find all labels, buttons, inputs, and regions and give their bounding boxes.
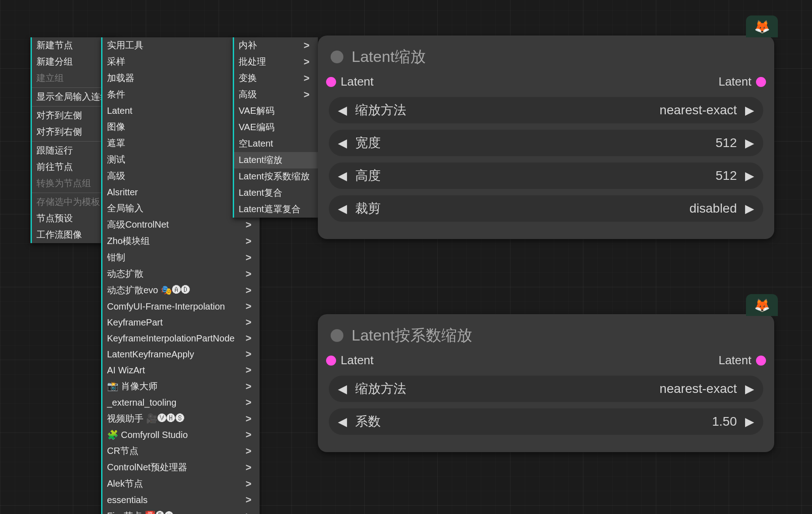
menu-item[interactable]: VAE解码	[234, 103, 318, 119]
param-label: 系数	[355, 413, 381, 430]
menu-item[interactable]: Latent缩放	[234, 152, 318, 168]
param-value[interactable]: disabled	[689, 201, 737, 216]
menu-item[interactable]: 批处理>	[234, 54, 318, 70]
node-latent-scale-by[interactable]: 🦊 Latent按系数缩放 Latent Latent ◀ 缩放方法 neare…	[318, 314, 774, 452]
menu-item-label: ComfyUI-Frame-Interpolation	[107, 301, 225, 312]
menu-item[interactable]: LatentKeyframeApply>	[102, 346, 260, 362]
port-dot-icon[interactable]	[756, 77, 766, 87]
menu-item[interactable]: 动态扩散>	[102, 266, 260, 282]
arrow-left-icon[interactable]: ◀	[338, 202, 347, 216]
menu-item[interactable]: 动态扩散evo 🎭🅐🅓>	[102, 282, 260, 299]
node-title-bar[interactable]: Latent按系数缩放	[318, 314, 774, 353]
node-fox-badge: 🦊	[746, 294, 778, 316]
port-dot-icon[interactable]	[756, 356, 766, 366]
menu-item[interactable]: essentials>	[102, 492, 260, 508]
param-label: 缩放方法	[355, 102, 406, 119]
node-title-bar[interactable]: Latent缩放	[318, 36, 774, 75]
chevron-right-icon: >	[245, 332, 251, 344]
context-menu-latent[interactable]: 内补>批处理>变换>高级>VAE解码VAE编码空LatentLatent缩放La…	[233, 37, 318, 218]
param-height[interactable]: ◀ 高度 512 ▶	[329, 163, 763, 189]
menu-item[interactable]: 钳制>	[102, 249, 260, 266]
menu-item-label: 前往节点	[36, 161, 73, 173]
port-dot-icon[interactable]	[326, 356, 336, 366]
menu-item-label: LatentKeyframeApply	[107, 349, 194, 360]
menu-item-label: Latent遮罩复合	[239, 203, 301, 215]
menu-item-label: 转换为节点组	[36, 177, 91, 189]
node-collapse-dot-icon[interactable]	[331, 329, 343, 342]
arrow-right-icon[interactable]: ▶	[745, 202, 754, 216]
menu-item-label: CR节点	[107, 445, 138, 457]
param-value[interactable]: 512	[715, 136, 737, 150]
arrow-left-icon[interactable]: ◀	[338, 415, 347, 429]
menu-item[interactable]: ComfyUI-Frame-Interpolation>	[102, 299, 260, 315]
param-factor[interactable]: ◀ 系数 1.50 ▶	[329, 408, 763, 435]
menu-item[interactable]: 高级>	[234, 87, 318, 103]
menu-item-label: KeyframePart	[107, 317, 163, 328]
node-latent-scale[interactable]: 🦊 Latent缩放 Latent Latent ◀ 缩放方法 nearest-…	[318, 36, 774, 239]
menu-item[interactable]: VAE编码	[234, 119, 318, 136]
menu-item-label: Fizz节点 📅🅕🅝	[107, 510, 174, 514]
menu-item[interactable]: 内补>	[234, 37, 318, 54]
menu-item[interactable]: KeyframePart>	[102, 315, 260, 331]
menu-item[interactable]: 视频助手 🎥🅥🅗🅢>	[102, 411, 260, 427]
menu-item-label: Latent按系数缩放	[239, 170, 310, 183]
menu-item[interactable]: 高级ControlNet>	[102, 217, 260, 233]
arrow-right-icon[interactable]: ▶	[745, 382, 754, 396]
arrow-right-icon[interactable]: ▶	[745, 169, 754, 183]
menu-item[interactable]: Latent按系数缩放	[234, 168, 318, 185]
menu-item-label: 建立组	[36, 72, 64, 84]
menu-item[interactable]: KeyframeInterpolationPartNode>	[102, 331, 260, 346]
menu-item[interactable]: Zho模块组>	[102, 233, 260, 249]
menu-item[interactable]: 🧩 Comfyroll Studio>	[102, 427, 260, 443]
param-value[interactable]: nearest-exact	[659, 382, 737, 396]
port-dot-icon[interactable]	[326, 77, 336, 87]
menu-item-label: 采样	[107, 56, 125, 68]
menu-item[interactable]: ControlNet预处理器>	[102, 459, 260, 476]
menu-item-label: KeyframeInterpolationPartNode	[107, 333, 235, 344]
menu-item-label: 全局输入	[107, 202, 143, 214]
param-value[interactable]: 1.50	[712, 414, 737, 429]
menu-item[interactable]: 📸 肖像大师>	[102, 378, 260, 395]
param-scale-method[interactable]: ◀ 缩放方法 nearest-exact ▶	[329, 97, 763, 123]
chevron-right-icon: >	[245, 285, 251, 296]
menu-item-label: 存储选中为模板	[36, 196, 100, 208]
output-port-latent[interactable]: Latent	[719, 75, 766, 89]
menu-item-label: essentials	[107, 495, 148, 505]
output-port-latent[interactable]: Latent	[719, 353, 766, 367]
param-crop[interactable]: ◀ 裁剪 disabled ▶	[329, 195, 763, 222]
menu-item-label: 视频助手 🎥🅥🅗🅢	[107, 412, 185, 425]
arrow-right-icon[interactable]: ▶	[745, 136, 754, 150]
menu-item-label: Alsritter	[107, 187, 138, 198]
input-port-latent[interactable]: Latent	[326, 353, 373, 367]
menu-item-label: 高级ControlNet	[107, 219, 169, 231]
param-value[interactable]: 512	[715, 168, 737, 183]
chevron-right-icon: >	[304, 72, 310, 84]
arrow-left-icon[interactable]: ◀	[338, 103, 347, 117]
menu-item[interactable]: Fizz节点 📅🅕🅝>	[102, 508, 260, 514]
menu-item-label: 图像	[107, 121, 125, 133]
menu-item[interactable]: CR节点>	[102, 443, 260, 459]
menu-item[interactable]: Latent复合	[234, 185, 318, 201]
menu-item[interactable]: AI WizArt>	[102, 362, 260, 378]
menu-item-label: Latent缩放	[239, 154, 282, 166]
arrow-left-icon[interactable]: ◀	[338, 136, 347, 150]
param-width[interactable]: ◀ 宽度 512 ▶	[329, 130, 763, 156]
input-port-latent[interactable]: Latent	[326, 75, 373, 89]
arrow-right-icon[interactable]: ▶	[745, 415, 754, 429]
param-scale-method[interactable]: ◀ 缩放方法 nearest-exact ▶	[329, 376, 763, 402]
menu-item[interactable]: Latent遮罩复合	[234, 201, 318, 218]
param-label: 宽度	[355, 134, 381, 152]
arrow-left-icon[interactable]: ◀	[338, 169, 347, 183]
menu-item[interactable]: 变换>	[234, 70, 318, 87]
chevron-right-icon: >	[245, 348, 251, 360]
menu-item-label: 🧩 Comfyroll Studio	[107, 429, 188, 440]
arrow-left-icon[interactable]: ◀	[338, 382, 347, 396]
menu-item[interactable]: _external_tooling>	[102, 395, 260, 411]
arrow-right-icon[interactable]: ▶	[745, 103, 754, 117]
param-value[interactable]: nearest-exact	[659, 103, 737, 117]
menu-item[interactable]: Alek节点>	[102, 476, 260, 492]
chevron-right-icon: >	[245, 381, 251, 392]
menu-item[interactable]: 空Latent	[234, 136, 318, 152]
chevron-right-icon: >	[304, 40, 310, 51]
node-collapse-dot-icon[interactable]	[331, 51, 343, 63]
